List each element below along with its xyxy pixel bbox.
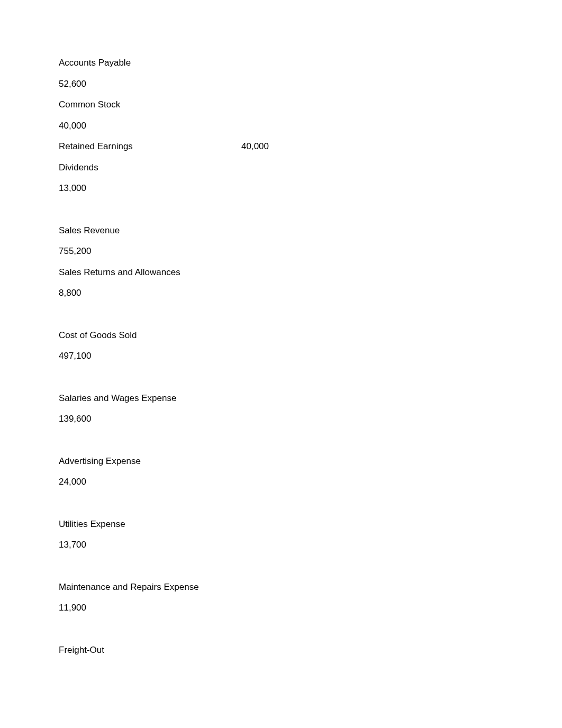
account-label: Maintenance and Repairs Expense bbox=[59, 583, 241, 592]
account-label: 8,800 bbox=[59, 288, 241, 297]
account-value bbox=[241, 163, 347, 172]
line-item: Maintenance and Repairs Expense bbox=[59, 583, 562, 592]
account-value bbox=[241, 288, 347, 297]
line-item: 139,600 bbox=[59, 414, 562, 423]
document-content: Accounts Payable 52,600 Common Stock 40,… bbox=[0, 0, 562, 654]
account-label: 13,000 bbox=[59, 184, 241, 193]
line-item: 40,000 bbox=[59, 121, 562, 130]
line-item: Freight-Out bbox=[59, 645, 562, 654]
account-value bbox=[241, 603, 347, 612]
line-item: Dividends bbox=[59, 163, 562, 172]
account-label: 40,000 bbox=[59, 121, 241, 130]
line-item: 13,000 bbox=[59, 184, 562, 193]
line-item: 8,800 bbox=[59, 288, 562, 297]
account-label: 139,600 bbox=[59, 414, 241, 423]
account-value bbox=[241, 79, 347, 88]
account-value bbox=[241, 351, 347, 360]
account-label: 11,900 bbox=[59, 603, 241, 612]
account-value bbox=[241, 645, 347, 654]
account-value: 40,000 bbox=[241, 142, 347, 151]
account-value bbox=[241, 226, 347, 235]
line-item: Retained Earnings 40,000 bbox=[59, 142, 562, 151]
account-value bbox=[241, 583, 347, 592]
line-item: 13,700 bbox=[59, 540, 562, 549]
line-item: Advertising Expense bbox=[59, 457, 562, 466]
account-label: Salaries and Wages Expense bbox=[59, 394, 241, 403]
account-label: Dividends bbox=[59, 163, 241, 172]
account-label: 755,200 bbox=[59, 247, 241, 256]
account-label: 24,000 bbox=[59, 477, 241, 486]
account-value bbox=[241, 540, 347, 549]
account-label: Utilities Expense bbox=[59, 520, 241, 529]
account-value bbox=[241, 184, 347, 193]
account-label: Retained Earnings bbox=[59, 142, 241, 151]
account-label: Advertising Expense bbox=[59, 457, 241, 466]
line-item: Utilities Expense bbox=[59, 520, 562, 529]
account-value bbox=[241, 457, 347, 466]
account-label: Cost of Goods Sold bbox=[59, 331, 241, 340]
account-label: 13,700 bbox=[59, 540, 241, 549]
line-item: 497,100 bbox=[59, 351, 562, 360]
line-item: 24,000 bbox=[59, 477, 562, 486]
account-label: Sales Revenue bbox=[59, 226, 241, 235]
account-value bbox=[241, 58, 347, 67]
account-value bbox=[241, 520, 347, 529]
account-label: Freight-Out bbox=[59, 645, 241, 654]
account-label: 52,600 bbox=[59, 79, 241, 88]
account-label: 497,100 bbox=[59, 351, 241, 360]
account-value bbox=[241, 414, 347, 423]
account-label: Common Stock bbox=[59, 100, 241, 109]
line-item: Common Stock bbox=[59, 100, 562, 109]
account-value bbox=[241, 477, 347, 486]
line-item: Sales Revenue bbox=[59, 226, 562, 235]
account-value bbox=[241, 331, 347, 340]
line-item: 52,600 bbox=[59, 79, 562, 88]
account-label: Accounts Payable bbox=[59, 58, 241, 67]
account-value bbox=[241, 247, 347, 256]
line-item: Cost of Goods Sold bbox=[59, 331, 562, 340]
account-value bbox=[241, 121, 347, 130]
line-item: Accounts Payable bbox=[59, 58, 562, 67]
line-item: Salaries and Wages Expense bbox=[59, 394, 562, 403]
account-value bbox=[241, 394, 347, 403]
line-item: 755,200 bbox=[59, 247, 562, 256]
account-label: Sales Returns and Allowances bbox=[59, 268, 241, 277]
account-value bbox=[241, 100, 347, 109]
line-item: 11,900 bbox=[59, 603, 562, 612]
line-item: Sales Returns and Allowances bbox=[59, 268, 562, 277]
account-value bbox=[241, 268, 347, 277]
